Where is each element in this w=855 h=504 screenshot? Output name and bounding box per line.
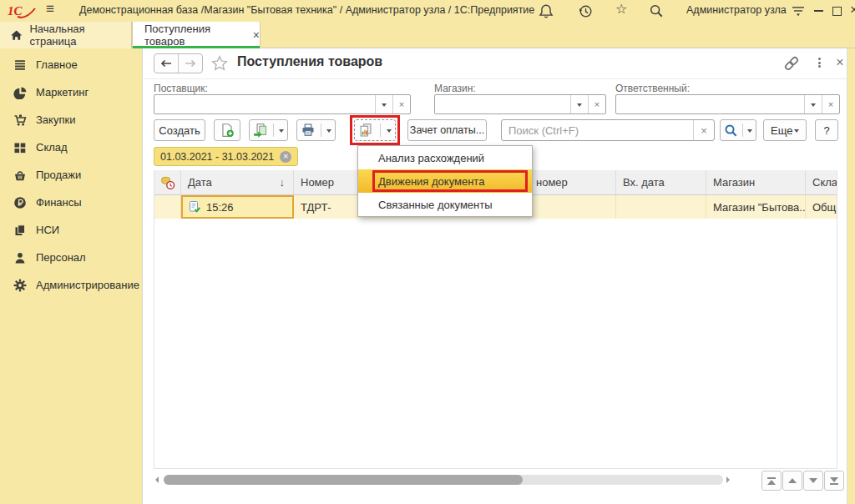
filter-label-supplier: Поставщик: [154,83,208,94]
tab-postupleniya-tovarov[interactable]: Поступления товаров × [132,22,261,48]
sidebar-item-sklad[interactable]: Склад [0,134,142,161]
responsible-dropdown-icon[interactable] [804,95,822,113]
go-to-first-button[interactable] [761,471,782,491]
create-new-copy-button[interactable] [214,119,240,141]
print-button-group[interactable] [296,119,336,141]
row-date-cell-active[interactable]: 15:26 [181,195,294,219]
sidebar-item-label: Главное [36,58,78,71]
search-clear-icon[interactable]: × [693,120,714,140]
sidebar-item-zakupki[interactable]: Закупки [0,106,142,134]
window-title: Демонстрационная база /Магазин "Бытовая … [79,4,534,16]
sidebar-item-prodazhi[interactable]: Продажи [0,161,142,189]
settings-lines-icon[interactable] [791,4,806,18]
help-button[interactable]: ? [815,119,838,141]
column-header-incoming-number[interactable]: номер [529,170,616,194]
triangle-down-icon [830,477,838,482]
ruble-circle-icon [13,196,27,209]
store-filter-field: × [434,94,606,114]
copy-button-group[interactable] [249,119,288,141]
tab-home[interactable]: Начальная страница [0,22,132,48]
sidebar-item-label: Склад [36,141,68,154]
main-menu-hamburger-icon[interactable]: ≡ [46,1,54,18]
column-header-date[interactable]: Дата ↓ [181,170,294,194]
search-magnifier-icon [724,123,738,138]
column-header-store[interactable]: Магазин [706,170,806,194]
back-button[interactable] [154,54,178,73]
column-header-warehouse[interactable]: Склад [806,170,837,194]
sidebar-item-finansy[interactable]: Финансы [0,189,142,216]
history-icon[interactable] [578,3,593,18]
sidebar-item-label: Закупки [36,113,75,126]
move-up-button[interactable] [782,471,802,491]
reports-dropdown-caret-icon[interactable] [387,129,392,135]
scroll-right-arrow-icon[interactable] [726,476,730,483]
more-actions-icon[interactable] [809,53,829,73]
payment-offset-button[interactable]: Зачет оплаты... [407,119,487,141]
menu-item-svyazannye-dokumenty[interactable]: Связанные документы [358,193,532,216]
period-chip-remove-icon[interactable]: × [280,151,291,163]
supplier-dropdown-icon[interactable] [375,95,392,113]
filter-label-responsible: Ответственный: [615,83,690,94]
sidebar-item-marketing[interactable]: Маркетинг [0,78,142,106]
row-incoming-date-cell[interactable] [616,195,706,219]
menu-item-analiz-raskhozhdeniy[interactable]: Анализ расхождений [358,146,532,169]
reference-pages-icon [13,224,27,237]
horizontal-scrollbar-thumb[interactable] [164,475,523,485]
row-store-cell[interactable]: Магазин "Бытова... [706,195,806,219]
close-window-icon[interactable]: × [846,2,855,18]
copy-dropdown-caret-icon[interactable] [279,129,284,135]
maximize-icon[interactable] [828,3,845,19]
forward-button[interactable] [178,54,202,73]
supplier-input[interactable] [154,95,375,113]
minimize-icon[interactable] [810,3,827,19]
new-document-plus-icon [220,123,235,138]
basket-icon [13,169,27,182]
posting-status-column-icon[interactable] [154,170,181,194]
sidebar-item-administrirovanie[interactable]: Администрирование [0,271,142,299]
sidebar-item-personal[interactable]: Персонал [0,244,142,271]
get-link-icon[interactable] [783,55,800,72]
triangle-up-icon [767,480,776,485]
tab-close-icon[interactable]: × [253,28,260,42]
filter-label-store: Магазин: [434,83,476,94]
notifications-bell-icon[interactable] [539,3,554,18]
store-dropdown-icon[interactable] [570,95,588,113]
global-search-icon[interactable] [649,3,664,18]
menu-item-dvizheniya-dokumenta[interactable]: Движения документа [358,169,532,193]
first-bar-icon [767,477,776,479]
search-input[interactable] [502,120,693,140]
column-header-incoming-date[interactable]: Вх. дата [616,170,706,194]
store-clear-icon[interactable]: × [588,95,605,113]
search-options-button[interactable] [720,119,756,141]
go-to-last-button[interactable] [824,471,844,491]
responsible-input[interactable] [616,95,804,113]
current-user-label[interactable]: Администратор узла [686,4,787,16]
window-right-strip [847,48,855,504]
period-filter-chip[interactable]: 01.03.2021 - 31.03.2021 × [154,147,298,166]
reports-button-group[interactable] [354,119,396,141]
sidebar-item-glavnoe[interactable]: Главное [0,51,142,78]
print-dropdown-caret-icon[interactable] [326,129,331,135]
scroll-left-arrow-icon[interactable] [155,476,159,483]
responsible-clear-icon[interactable]: × [822,95,839,113]
menu-lines-icon [13,58,27,72]
store-input[interactable] [435,95,570,113]
cart-icon [13,113,27,127]
supplier-clear-icon[interactable]: × [392,95,410,113]
favorite-page-star-icon[interactable] [211,55,228,71]
tab-active-label: Поступления товаров [144,23,245,48]
row-incoming-number-cell[interactable] [529,195,616,219]
person-icon [13,251,27,265]
favorites-star-icon[interactable]: ☆ [615,1,627,17]
row-warehouse-cell[interactable]: Общи [806,195,837,219]
sidebar-item-label: Маркетинг [36,86,89,98]
search-dropdown-caret-icon[interactable] [747,129,752,135]
page-title: Поступления товаров [237,54,382,69]
printer-icon [301,123,316,138]
move-down-button[interactable] [803,471,823,491]
sidebar-item-nsi[interactable]: НСИ [0,216,142,244]
create-button[interactable]: Создать [154,119,205,141]
more-button[interactable]: Еще [763,119,807,141]
row-status-cell[interactable] [154,195,181,219]
last-bar-icon [830,483,838,485]
